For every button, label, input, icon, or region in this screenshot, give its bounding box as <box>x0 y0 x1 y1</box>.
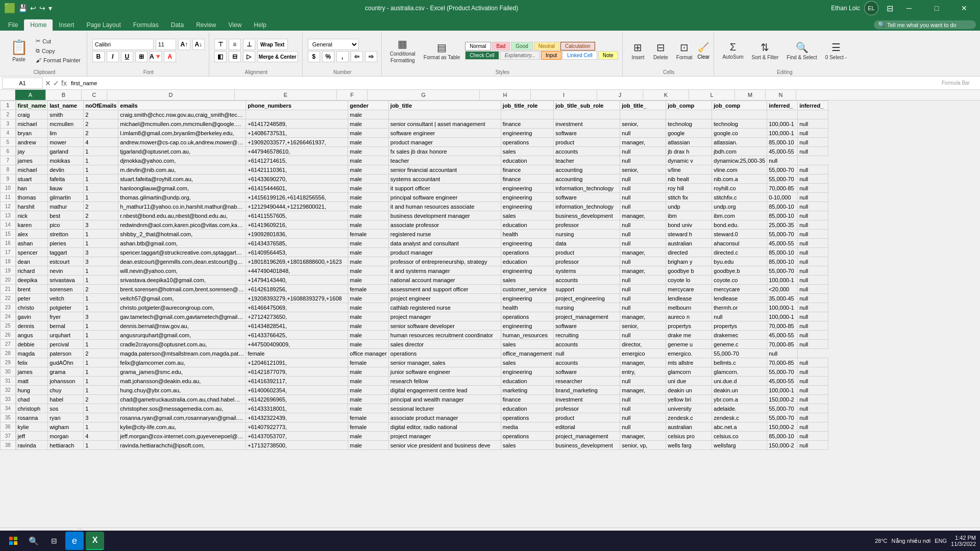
table-row[interactable]: 55,000-70 <box>767 230 798 239</box>
insert-function-icon[interactable]: fx <box>61 79 67 87</box>
table-row[interactable]: royhill.co <box>712 184 767 193</box>
table-row[interactable]: propertys <box>712 321 767 331</box>
table-row[interactable]: uni due <box>666 377 712 386</box>
table-row[interactable]: nursing <box>554 230 620 239</box>
table-row[interactable]: +61422696965, <box>246 395 348 404</box>
col-header-j[interactable]: J <box>597 90 643 100</box>
table-row[interactable]: jeff.morgan@cox-internet.com,guyevenepoe… <box>118 432 246 441</box>
table-row[interactable]: systems <box>554 266 620 276</box>
table-row[interactable]: male <box>348 147 389 156</box>
table-row[interactable]: 1 <box>84 156 118 165</box>
table-row[interactable]: project engineer <box>388 294 501 303</box>
table-row[interactable]: manager, <box>620 266 666 276</box>
table-row[interactable]: manager, <box>620 432 666 441</box>
table-row[interactable]: zendesk.c <box>712 413 767 422</box>
table-row[interactable]: mathur <box>48 202 84 211</box>
table-row[interactable]: adelaide. <box>712 404 767 413</box>
table-row[interactable]: celsius.co <box>712 432 767 441</box>
table-row[interactable]: male <box>348 276 389 285</box>
table-row[interactable]: null <box>798 432 828 441</box>
table-row[interactable]: 2 <box>84 349 118 358</box>
customize-icon[interactable]: ▾ <box>48 4 52 12</box>
table-row[interactable]: male <box>348 441 389 450</box>
table-row[interactable] <box>798 110 828 119</box>
delete-button[interactable]: ⊟ Delete <box>650 39 671 62</box>
cancel-formula-icon[interactable]: ✕ <box>45 79 51 87</box>
table-row[interactable]: job_title_ <box>620 101 666 110</box>
table-row[interactable]: senior, <box>620 119 666 129</box>
table-row[interactable]: 55,000-70 <box>767 367 798 377</box>
table-row[interactable]: hettiarach <box>48 441 84 450</box>
table-row[interactable]: male <box>348 303 389 312</box>
table-row[interactable]: support <box>554 285 620 294</box>
table-row[interactable]: 150,000-2 <box>767 395 798 404</box>
table-row[interactable]: phone_numbers <box>246 101 348 110</box>
table-row[interactable]: ybr.com.a <box>712 395 767 404</box>
copy-button[interactable]: ⧉ Copy <box>34 46 83 55</box>
table-row[interactable]: associate product manager <box>388 413 501 422</box>
table-row[interactable]: sessional lecturer <box>388 404 501 413</box>
table-row[interactable]: null <box>620 285 666 294</box>
table-row[interactable]: 150,000-2 <box>767 441 798 450</box>
table-row[interactable]: male <box>348 257 389 266</box>
col-header-c[interactable]: C <box>82 90 107 100</box>
table-row[interactable]: accounts <box>554 276 620 285</box>
table-row[interactable]: last_name <box>48 101 84 110</box>
table-row[interactable]: directed.c <box>712 248 767 257</box>
table-row[interactable]: null <box>798 193 828 202</box>
align-top-button[interactable]: ⊤ <box>214 39 227 50</box>
table-row[interactable]: male <box>348 248 389 257</box>
paste-button[interactable]: 📋 Paste <box>6 37 32 64</box>
table-row[interactable]: 0-10,000 <box>767 193 798 202</box>
col-header-g[interactable]: G <box>368 90 480 100</box>
table-row[interactable]: 1 <box>84 422 118 432</box>
table-row[interactable]: information_technology <box>554 202 620 211</box>
table-row[interactable]: 45,000-55 <box>767 377 798 386</box>
table-row[interactable]: ashan.btb@gmail.com, <box>118 239 246 248</box>
table-row[interactable]: 2 <box>84 129 118 138</box>
table-row[interactable]: sales <box>501 211 553 220</box>
table-row[interactable]: 2 <box>84 119 118 129</box>
table-row[interactable]: djmokka@yahoo.com, <box>118 156 246 165</box>
table-row[interactable]: bellmts.c <box>712 358 767 367</box>
table-row[interactable]: spencer.taggart@struckcreative.com,sptag… <box>118 248 246 257</box>
save-icon[interactable]: 💾 <box>18 4 27 12</box>
user-avatar[interactable]: EL <box>864 1 878 15</box>
table-row[interactable]: veitch <box>48 294 84 303</box>
table-row[interactable]: chad@gametruckaustralia.com.au,chad.habe… <box>118 395 246 404</box>
table-row[interactable]: 1 <box>84 276 118 285</box>
table-row[interactable]: drakemec <box>712 331 767 340</box>
table-row[interactable]: +61437053707, <box>246 432 348 441</box>
table-row[interactable]: 1 <box>84 165 118 174</box>
table-row[interactable]: male <box>348 220 389 230</box>
table-row[interactable]: systems accountant <box>388 174 501 184</box>
col-header-h[interactable]: H <box>480 90 531 100</box>
table-row[interactable]: 1 <box>84 404 118 413</box>
table-row[interactable]: male <box>348 312 389 321</box>
table-row[interactable]: +27124273650, <box>246 312 348 321</box>
table-row[interactable]: steward h <box>666 230 712 239</box>
table-row[interactable]: sales <box>501 276 553 285</box>
table-row[interactable]: female <box>246 349 348 358</box>
table-row[interactable]: thomas <box>16 193 48 202</box>
table-row[interactable]: 2 <box>84 395 118 404</box>
table-row[interactable]: researcher <box>554 377 620 386</box>
table-row[interactable]: principal and wealth manager <box>388 395 501 404</box>
cut-button[interactable]: ✂ Cut <box>34 37 83 45</box>
table-row[interactable]: 1 <box>84 303 118 312</box>
table-row[interactable]: null <box>620 395 666 404</box>
comma-button[interactable]: , <box>336 51 349 62</box>
excel-taskbar[interactable]: X <box>86 532 104 550</box>
table-row[interactable]: sos <box>48 404 84 413</box>
table-row[interactable]: null <box>798 395 828 404</box>
table-row[interactable]: investment <box>554 395 620 404</box>
table-row[interactable]: null <box>798 358 828 367</box>
table-row[interactable]: manager, <box>620 211 666 220</box>
table-row[interactable]: jay <box>16 147 48 156</box>
table-row[interactable]: teacher <box>554 156 620 165</box>
table-row[interactable]: +447490401848, <box>246 266 348 276</box>
table-row[interactable]: 100,000-1 <box>767 303 798 312</box>
table-row[interactable]: zendesk.c <box>666 413 712 422</box>
table-row[interactable]: information_technology <box>554 184 620 193</box>
table-row[interactable]: mower <box>48 138 84 147</box>
